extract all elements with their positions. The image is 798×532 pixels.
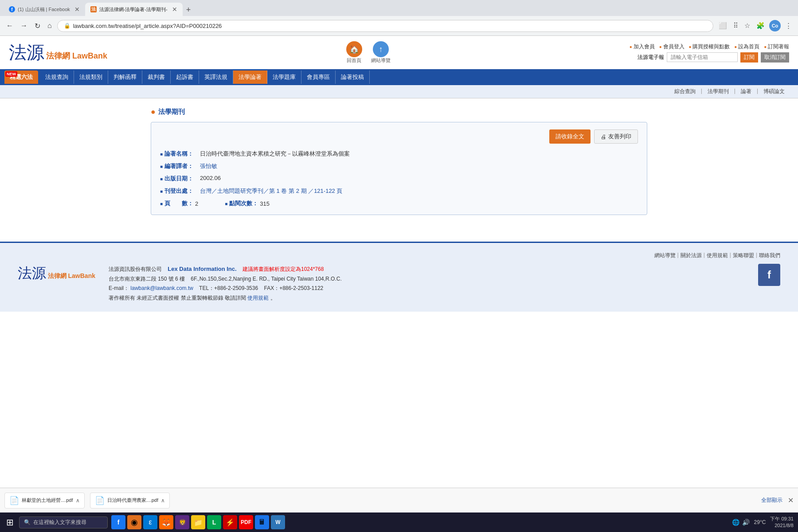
tab-facebook[interactable]: f (1) 山山沃楠 | Facebook ✕ <box>4 3 85 16</box>
collect-button[interactable]: 請收錄全文 <box>549 129 591 144</box>
browser-chrome: f (1) 山山沃楠 | Facebook ✕ 法 法源法律網-法學論著-法學期… <box>0 0 798 36</box>
sub-nav-1[interactable]: 法學期刊 <box>703 87 733 96</box>
sub-nav-2[interactable]: 論著 <box>736 87 756 96</box>
date-field: 出版日期： 2002.06 <box>160 175 638 183</box>
email-label: 法源電子報 <box>638 54 664 61</box>
email-input[interactable] <box>667 52 738 62</box>
print-label: 友善列印 <box>608 133 631 141</box>
footer-email-label: E-mail： <box>109 285 129 291</box>
footer-nav-4[interactable]: 聯絡我們 <box>759 252 780 259</box>
author-link[interactable]: 張怡敏 <box>200 162 217 170</box>
pages-stat: 頁 數： 2 <box>160 200 198 207</box>
forward-button[interactable]: → <box>19 20 29 31</box>
address-bar: ← → ↻ ⌂ 🔒 lawbank.com.tw/treatise/pl_art… <box>0 16 798 35</box>
action-bar: 請收錄全文 🖨 友善列印 <box>160 129 638 144</box>
nav-item-5[interactable]: 英譯法規 <box>199 70 233 84</box>
date-value: 2002.06 <box>200 175 221 181</box>
footer-address-en: 6F.,No.150,Sec.2,Nanjing E. RD., Taipei … <box>191 276 341 282</box>
section-title: ● 法學期刊 <box>151 107 647 117</box>
footer-inner: 法源 法律網 LawBank 法源資訊股份有限公司 Lex Data Infor… <box>18 264 780 303</box>
date-label: 出版日期： <box>160 175 200 183</box>
home-button[interactable]: ⌂ <box>46 20 54 31</box>
join-link[interactable]: 加入會員 <box>630 43 655 51</box>
email-row: 法源電子報 訂閱 取消訂閱 <box>638 52 789 63</box>
tab-facebook-close[interactable]: ✕ <box>74 6 80 13</box>
nav-item-1[interactable]: 法規類別 <box>74 70 108 84</box>
homepage-link[interactable]: 設為首頁 <box>734 43 759 51</box>
nav-item-9[interactable]: 論著投稿 <box>336 70 370 84</box>
source-label: 刊登出處： <box>160 187 200 195</box>
url-text: lawbank.com.tw/treatise/pl_article.aspx?… <box>73 23 707 29</box>
nav-item-8[interactable]: 會員專區 <box>301 70 336 84</box>
cast-button[interactable]: ⬜ <box>717 20 729 31</box>
home-icon-item[interactable]: 🏠 回首頁 <box>346 41 362 64</box>
login-link[interactable]: 會員登入 <box>659 43 685 51</box>
facebook-button[interactable]: f <box>758 264 780 286</box>
extensions-button[interactable]: 🧩 <box>755 20 767 31</box>
nav-highlight[interactable]: NEW 精選六法 <box>4 70 38 84</box>
home-label: 回首頁 <box>347 57 361 64</box>
title-field: 論著名稱： 日治時代臺灣地主資本累積之研究－以霧峰林澄堂系為個案 <box>160 150 638 158</box>
header-icons: 🏠 回首頁 ↑ 網站導覽 <box>346 41 391 64</box>
views-label: 點閱次數： <box>225 200 258 207</box>
footer-terms-link[interactable]: 使用規範 <box>247 295 269 301</box>
logo-main: 法源 <box>9 40 44 65</box>
print-button[interactable]: 🖨 友善列印 <box>594 129 638 144</box>
title-label: 論著名稱： <box>160 150 200 158</box>
footer-nav: 網站導覽 | 關於法源 | 使用規範 | 策略聯盟 | 聯絡我們 <box>18 252 780 259</box>
sub-nav: 綜合查詢 | 法學期刊 | 論著 | 博碩論文 <box>0 85 798 98</box>
printer-icon: 🖨 <box>601 133 606 140</box>
footer-nav-0[interactable]: 網站導覽 <box>654 252 676 259</box>
add-tab-button[interactable]: + <box>183 5 195 15</box>
footer-company-row: 法源資訊股份有限公司 Lex Data Information Inc. 建議將… <box>109 264 736 274</box>
footer-nav-3[interactable]: 策略聯盟 <box>733 252 754 259</box>
footer-copyright: 著作權所有 未經正式書面授權 禁止重製轉載節錄 敬請詳閱 <box>109 295 246 301</box>
tab-lawbank[interactable]: 法 法源法律網-法學論著-法學期刊- ✕ <box>85 3 183 16</box>
source-field: 刊登出處： 台灣／土地問題研究季刊／第 1 卷 第 2 期 ／121-122 頁 <box>160 187 638 195</box>
newsletter-link[interactable]: 訂閱著報 <box>764 43 789 51</box>
main-nav: NEW 精選六法 法規查詢 法規類別 判解函釋 裁判書 起訴書 英譯法規 法學論… <box>0 69 798 85</box>
pages-value: 2 <box>195 200 198 207</box>
lock-icon: 🔒 <box>64 23 70 29</box>
purchase-link[interactable]: 購買授權與點數 <box>689 43 730 51</box>
nav-item-4[interactable]: 起訴書 <box>171 70 199 84</box>
site-header: 法源 法律網 LawBank 🏠 回首頁 ↑ 網站導覽 加入會員 會員登入 購買… <box>0 36 798 69</box>
lawbank-favicon: 法 <box>90 6 97 12</box>
guide-circle-icon: ↑ <box>373 41 389 57</box>
profile-avatar[interactable]: Co <box>769 20 781 31</box>
nav-item-0[interactable]: 法規查詢 <box>40 70 74 84</box>
url-box[interactable]: 🔒 lawbank.com.tw/treatise/pl_article.asp… <box>57 20 713 32</box>
nav-item-2[interactable]: 判解函釋 <box>108 70 142 84</box>
footer-nav-2[interactable]: 使用規範 <box>707 252 728 259</box>
tab-lawbank-title: 法源法律網-法學論著-法學期刊- <box>99 6 168 13</box>
footer-logo: 法源 法律網 LawBank <box>18 264 95 283</box>
facebook-favicon: f <box>9 6 15 12</box>
star-button[interactable]: ☆ <box>743 20 752 31</box>
sub-nav-0[interactable]: 綜合查詢 <box>670 87 700 96</box>
nav-item-6[interactable]: 法學論著 <box>233 70 267 84</box>
unsubscribe-button[interactable]: 取消訂閱 <box>761 52 789 63</box>
source-link[interactable]: 台灣／土地問題研究季刊／第 1 卷 第 2 期 ／121-122 頁 <box>200 187 342 195</box>
sub-nav-3[interactable]: 博碩論文 <box>759 87 789 96</box>
site-footer: 網站導覽 | 關於法源 | 使用規範 | 策略聯盟 | 聯絡我們 法源 法律網 … <box>0 242 798 312</box>
footer-fax: FAX：+886-2-2503-1122 <box>264 285 323 291</box>
subscribe-button[interactable]: 訂閱 <box>740 52 758 63</box>
footer-nav-1[interactable]: 關於法源 <box>681 252 702 259</box>
guide-icon-item[interactable]: ↑ 網站導覽 <box>371 41 391 64</box>
apps-button[interactable]: ⠿ <box>732 20 740 31</box>
logo[interactable]: 法源 法律網 LawBank <box>9 40 107 65</box>
tab-lawbank-close[interactable]: ✕ <box>172 6 177 13</box>
logo-sub: 法律網 LawBank <box>46 51 107 61</box>
tab-bar: f (1) 山山沃楠 | Facebook ✕ 法 法源法律網-法學論著-法學期… <box>0 0 798 16</box>
nav-item-7[interactable]: 法學題庫 <box>267 70 301 84</box>
section-title-text: 法學期刊 <box>158 108 185 116</box>
footer-email-link[interactable]: lawbank@lawbank.com.tw <box>130 285 193 291</box>
back-button[interactable]: ← <box>4 20 15 31</box>
footer-copyright-row: 著作權所有 未經正式書面授權 禁止重製轉載節錄 敬請詳閱 使用規範 。 <box>109 293 736 303</box>
nav-item-3[interactable]: 裁判書 <box>142 70 171 84</box>
footer-address-row: 台北市南京東路二段 150 號 6 樓 6F.,No.150,Sec.2,Nan… <box>109 274 736 284</box>
menu-button[interactable]: ⋮ <box>783 20 794 31</box>
refresh-button[interactable]: ↻ <box>33 20 42 32</box>
footer-warning: 建議將畫面解析度設定為1024*768 <box>243 266 324 272</box>
footer-logo-sub: 法律網 LawBank <box>48 272 95 279</box>
